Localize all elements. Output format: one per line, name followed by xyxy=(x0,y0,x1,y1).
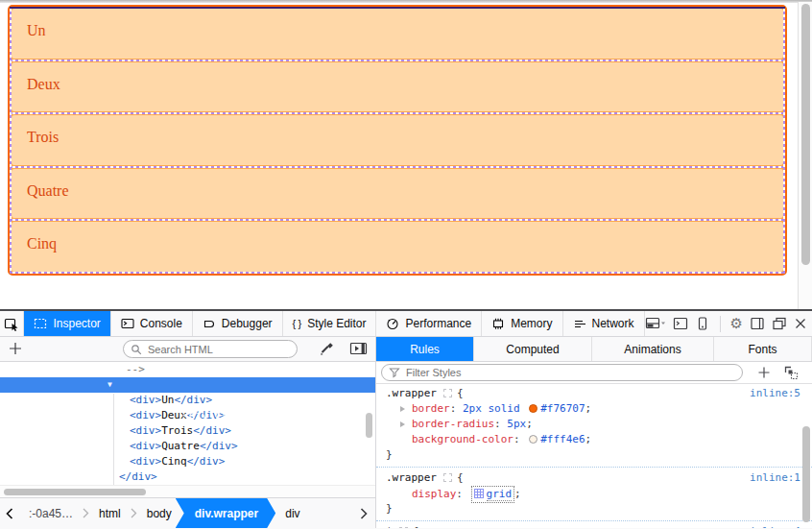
grid-row-label: Quatre xyxy=(27,182,69,199)
color-swatch[interactable] xyxy=(529,404,537,413)
rule-source-link[interactable]: inline:5 xyxy=(750,386,800,401)
pseudo-class-panel-icon[interactable] xyxy=(783,365,800,381)
tab-network[interactable]: Network xyxy=(563,311,645,336)
grid-row: Quatre xyxy=(10,167,785,221)
tab-console[interactable]: Console xyxy=(111,311,193,336)
filter-styles-input[interactable] xyxy=(404,366,692,379)
settings-gear-icon[interactable]: ⚙ xyxy=(730,316,743,331)
close-devtools-button[interactable] xyxy=(794,317,807,330)
filter-icon xyxy=(389,367,400,378)
rule-close: } xyxy=(376,447,812,463)
rule-close: } xyxy=(376,501,812,517)
rules-list: .wrapper{inline:5 border: 2px solid #f76… xyxy=(376,384,812,528)
eyedropper-icon[interactable] xyxy=(318,341,335,358)
child-node[interactable]: <div>Un</div> xyxy=(0,393,375,408)
grid-highlighter-toggle-icon[interactable] xyxy=(474,489,484,498)
devtools-tabbar: Inspector Console Debugger { } Style Edi… xyxy=(0,311,812,337)
css-declaration[interactable]: display: grid; xyxy=(376,486,812,501)
markup-toolbar xyxy=(0,337,375,362)
child-node[interactable]: <div>Quatre</div> xyxy=(0,439,375,454)
expand-arrow-icon[interactable] xyxy=(400,406,405,412)
style-editor-icon: { } xyxy=(293,318,302,329)
grid-row: Cinq xyxy=(10,220,785,274)
breadcrumb-item-html[interactable]: html xyxy=(89,507,131,520)
css-declaration[interactable]: background-color: #fff4e6; xyxy=(376,432,812,447)
breadcrumb-item-selected[interactable]: div.wrapper xyxy=(176,498,275,528)
markup-scrollbar-thumb[interactable] xyxy=(366,413,372,438)
closing-tag-node[interactable]: </div> xyxy=(0,469,375,485)
performance-icon xyxy=(386,317,399,330)
tab-label: Memory xyxy=(511,317,552,330)
selected-node-wrapper[interactable]: ▼ <div class="wrapper"> xyxy=(0,377,375,393)
responsive-mode-button[interactable] xyxy=(695,316,710,331)
memory-icon xyxy=(491,317,505,330)
child-node[interactable]: <div>Trois</div> xyxy=(0,423,375,439)
pick-element-button[interactable] xyxy=(0,311,24,336)
add-rule-button[interactable] xyxy=(756,365,772,380)
dock-position-button[interactable] xyxy=(645,316,666,331)
grid-row-label: Trois xyxy=(27,129,59,145)
sidebar-tabbar: Rules Computed Animations Fonts xyxy=(376,337,812,362)
expand-caret-icon[interactable]: ▼ xyxy=(107,377,112,393)
expand-arrow-icon[interactable] xyxy=(400,421,405,427)
network-icon xyxy=(573,317,586,330)
tab-label: Style Editor xyxy=(307,317,366,330)
rule-source-link[interactable]: inline:4 xyxy=(750,524,800,528)
grid-row-label: Deux xyxy=(27,76,60,92)
tab-debugger[interactable]: Debugger xyxy=(193,311,283,336)
tab-rules[interactable]: Rules xyxy=(376,337,474,361)
selector-highlighter-icon[interactable] xyxy=(399,527,408,528)
node-source: <div class="wrapper"> xyxy=(182,409,316,421)
breadcrumb-back-icon[interactable] xyxy=(6,508,13,519)
add-node-button[interactable] xyxy=(8,341,23,356)
devtools-panel: Inspector Console Debugger { } Style Edi… xyxy=(0,311,812,529)
page-scrollbar[interactable] xyxy=(798,2,812,309)
search-html-box[interactable] xyxy=(123,340,298,358)
breadcrumb-item-frame[interactable]: :-0a45… xyxy=(19,507,83,520)
separate-window-button[interactable] xyxy=(772,316,787,331)
breadcrumb-item-body[interactable]: body xyxy=(137,507,181,520)
markup-tree: --> ▼ <div class="wrapper"> <div>Un</div… xyxy=(0,362,375,485)
grid-row-label: Cinq xyxy=(27,235,57,252)
tab-animations[interactable]: Animations xyxy=(592,337,714,361)
search-html-input[interactable] xyxy=(146,343,271,356)
tab-performance[interactable]: Performance xyxy=(376,311,482,336)
breadcrumb-item-div[interactable]: div xyxy=(275,507,309,520)
tab-computed[interactable]: Computed xyxy=(474,337,592,361)
split-console-button[interactable] xyxy=(673,316,688,331)
tab-inspector[interactable]: Inspector xyxy=(24,311,110,336)
filter-styles-box[interactable] xyxy=(381,364,743,381)
rules-toolbar xyxy=(376,362,812,384)
rule-selector[interactable]: .wrapper{inline:5 xyxy=(376,386,812,401)
page-scrollbar-thumb[interactable] xyxy=(801,4,810,265)
grid-row: Deux xyxy=(10,60,785,114)
chevron-right-icon xyxy=(83,508,89,518)
selector-highlighter-icon[interactable] xyxy=(443,389,452,397)
rule-selector[interactable]: *{inline:4 xyxy=(376,524,812,528)
tab-fonts[interactable]: Fonts xyxy=(714,337,812,361)
tab-label: Network xyxy=(592,317,634,330)
breadcrumb-forward-icon[interactable] xyxy=(360,508,368,519)
css-declaration[interactable]: border: 2px solid #f76707; xyxy=(376,401,812,417)
inspector-markup-pane: --> ▼ <div class="wrapper"> <div>Un</div… xyxy=(0,337,376,528)
chevron-right-icon xyxy=(131,508,137,518)
comment-end-node[interactable]: --> xyxy=(0,362,375,377)
three-pane-toggle-icon[interactable] xyxy=(349,341,369,356)
grid-row: Trois xyxy=(10,113,785,167)
devtools-body: --> ▼ <div class="wrapper"> <div>Un</div… xyxy=(0,337,812,528)
selector-highlighter-icon[interactable] xyxy=(443,473,452,482)
child-node[interactable]: <div>Cinq</div> xyxy=(0,454,375,469)
grid-row-label: Un xyxy=(27,22,46,38)
rule-selector[interactable]: .wrapper{inline:1 xyxy=(376,470,812,486)
css-declaration[interactable]: border-radius: 5px; xyxy=(376,417,812,432)
browser-viewport: Un Deux Trois Quatre Cinq xyxy=(0,0,812,309)
tab-memory[interactable]: Memory xyxy=(482,311,562,336)
breadcrumb: :-0a45… html body div.wrapper div xyxy=(0,497,375,528)
markup-horizontal-thumb[interactable] xyxy=(4,489,146,495)
markup-horizontal-scrollbar[interactable] xyxy=(0,485,375,497)
sidebar-toggle-button[interactable] xyxy=(750,316,765,331)
tab-style-editor[interactable]: { } Style Editor xyxy=(283,311,377,336)
rule-source-link[interactable]: inline:1 xyxy=(750,470,800,486)
color-swatch[interactable] xyxy=(529,435,537,444)
rules-scrollbar-thumb[interactable] xyxy=(802,426,810,522)
